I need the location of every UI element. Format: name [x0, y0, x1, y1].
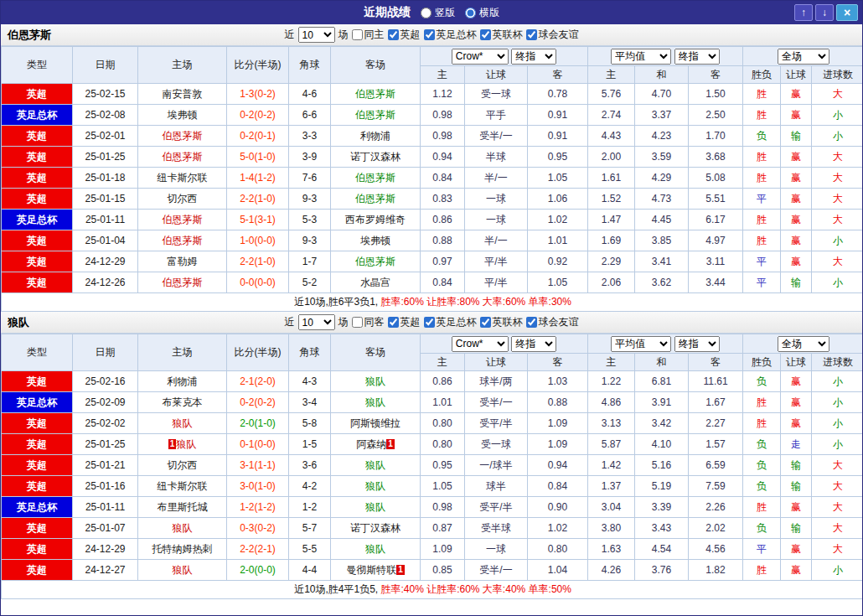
- away-team-cell: 利物浦: [331, 126, 421, 147]
- games-label: 场: [338, 315, 349, 329]
- handicap-result-cell: 赢: [781, 413, 812, 434]
- sub-header-result: 胜负: [743, 354, 781, 371]
- score-cell: 2-0(1-0): [227, 413, 289, 434]
- scroll-up-button[interactable]: ↑: [794, 4, 813, 21]
- same-venue-checkbox[interactable]: 同客: [352, 315, 385, 329]
- home-team-cell: 布里斯托城: [138, 497, 227, 518]
- goals-result-cell: 大: [812, 168, 863, 189]
- handicap-stage-select[interactable]: 终指: [511, 49, 556, 65]
- filter-league-efl-cup[interactable]: 英联杯: [480, 315, 523, 329]
- filter-league-friendly[interactable]: 球会友谊: [526, 315, 579, 329]
- filter-league-fa-cup[interactable]: 英足总杯: [424, 28, 477, 42]
- filter-league-fa-cup-input[interactable]: [424, 29, 435, 40]
- goals-result-cell: 小: [812, 105, 863, 126]
- ah-home-odds-cell: 1.12: [421, 84, 465, 105]
- filter-league-fa-cup[interactable]: 英足总杯: [424, 315, 477, 329]
- handicap-result-cell: 赢: [781, 392, 812, 413]
- league-cell: 英超: [2, 518, 73, 539]
- date-cell: 25-01-04: [73, 230, 138, 251]
- same-venue-checkbox[interactable]: 同主: [352, 28, 385, 42]
- ah-away-odds-cell: 1.05: [528, 168, 588, 189]
- layout-radio-vertical[interactable]: 竖版: [421, 6, 455, 20]
- goals-result-cell: 大: [812, 147, 863, 168]
- handicap-result-cell: 输: [781, 272, 812, 293]
- goals-result-cell: 大: [812, 476, 863, 497]
- ah-home-odds-cell: 0.88: [421, 230, 465, 251]
- handicap-result-cell: 赢: [781, 497, 812, 518]
- filter-league-efl-cup-input[interactable]: [480, 317, 491, 328]
- filter-league-premier-input[interactable]: [388, 317, 399, 328]
- filter-league-fa-cup-input[interactable]: [424, 317, 435, 328]
- eu-away-odds-cell: 6.59: [689, 455, 743, 476]
- scope-select[interactable]: 全场: [778, 49, 829, 65]
- date-cell: 25-01-07: [73, 518, 138, 539]
- score-cell: 0-2(0-1): [227, 126, 289, 147]
- match-row: 英超 25-02-15 南安普敦 1-3(0-2) 4-6 伯恩茅斯 1.12 …: [2, 84, 863, 105]
- europe-avg-select[interactable]: 平均值: [611, 49, 671, 65]
- handicap-cell: 球半/两: [465, 371, 528, 392]
- home-team-name: 切尔西: [168, 459, 198, 471]
- same-venue-input[interactable]: [352, 317, 363, 328]
- result-cell: 胜: [743, 230, 781, 251]
- home-team-cell: 布莱克本: [138, 392, 227, 413]
- match-count-select[interactable]: 10: [298, 27, 335, 43]
- league-cell: 英超: [2, 84, 73, 105]
- vertical-radio-input[interactable]: [421, 8, 432, 18]
- result-cell: 负: [743, 434, 781, 455]
- recent-results-panel: 近期战绩 竖版 横版 ↑ ↓ × 伯恩茅斯 近 10 场: [0, 0, 863, 616]
- score-cell: 1-4(1-2): [227, 168, 289, 189]
- layout-radio-horizontal[interactable]: 横版: [465, 6, 499, 20]
- same-venue-input[interactable]: [352, 29, 363, 40]
- results-table: 类型 日期 主场 比分(半场) 角球 客场 Crow* 终指 平均值 终指: [1, 334, 863, 599]
- eu-home-odds-cell: 2.74: [588, 105, 635, 126]
- goals-result-cell: 小: [812, 272, 863, 293]
- goals-result-cell: 大: [812, 539, 863, 560]
- filter-league-premier[interactable]: 英超: [388, 28, 421, 42]
- scroll-down-button[interactable]: ↓: [815, 4, 834, 21]
- col-corners-header: 角球: [289, 47, 331, 84]
- handicap-cell: 球半: [465, 476, 528, 497]
- filter-league-friendly-input[interactable]: [526, 29, 537, 40]
- scope-select[interactable]: 全场: [778, 336, 829, 352]
- eu-away-odds-cell: 2.27: [689, 413, 743, 434]
- match-row: 英超 25-01-16 纽卡斯尔联 3-0(1-0) 4-2 狼队 1.05 球…: [2, 476, 863, 497]
- horizontal-radio-input[interactable]: [465, 8, 476, 18]
- home-team-name: 南安普敦: [163, 88, 203, 100]
- ah-home-odds-cell: 1.01: [421, 392, 465, 413]
- filter-league-premier-input[interactable]: [388, 29, 399, 40]
- match-row: 英超 25-01-04 伯恩茅斯 1-0(0-0) 9-3 埃弗顿 0.88 半…: [2, 230, 863, 251]
- away-team-name: 利物浦: [360, 130, 390, 142]
- score-cell: 3-1(1-1): [227, 455, 289, 476]
- ah-away-odds-cell: 1.02: [528, 210, 588, 230]
- home-team-cell: 1狼队: [138, 434, 227, 455]
- col-type-header: 类型: [2, 334, 73, 371]
- bookmaker-select[interactable]: Crow*: [452, 336, 509, 352]
- ah-away-odds-cell: 1.03: [528, 371, 588, 392]
- filter-league-friendly-input[interactable]: [526, 317, 537, 328]
- filter-league-friendly[interactable]: 球会友谊: [526, 28, 579, 42]
- ah-away-odds-cell: 1.02: [528, 518, 588, 539]
- home-team-name: 切尔西: [168, 193, 198, 204]
- europe-stage-select[interactable]: 终指: [674, 49, 720, 65]
- goals-result-cell: 小: [812, 230, 863, 251]
- handicap-cell: 受半/一: [465, 126, 528, 147]
- close-button[interactable]: ×: [836, 4, 858, 21]
- europe-avg-select[interactable]: 平均值: [611, 336, 671, 352]
- league-cell: 英超: [2, 126, 73, 147]
- bookmaker-select[interactable]: Crow*: [452, 49, 509, 65]
- eu-draw-odds-cell: 4.45: [635, 210, 689, 230]
- home-team-cell: 伯恩茅斯: [138, 147, 227, 168]
- match-row: 英足总杯 25-01-11 布里斯托城 1-2(1-2) 1-2 狼队 0.98…: [2, 497, 863, 518]
- europe-stage-select[interactable]: 终指: [674, 336, 720, 352]
- filter-league-efl-cup[interactable]: 英联杯: [480, 28, 523, 42]
- away-team-cell: 狼队: [331, 476, 421, 497]
- match-count-select[interactable]: 10: [298, 314, 335, 330]
- handicap-result-cell: 输: [781, 126, 812, 147]
- goals-result-cell: 小: [812, 392, 863, 413]
- league-cell: 英超: [2, 189, 73, 210]
- filter-league-efl-cup-input[interactable]: [480, 29, 491, 40]
- corners-cell: 7-6: [289, 168, 331, 189]
- handicap-stage-select[interactable]: 终指: [511, 336, 556, 352]
- filter-league-premier[interactable]: 英超: [388, 315, 421, 329]
- home-team-name: 狼队: [176, 438, 196, 450]
